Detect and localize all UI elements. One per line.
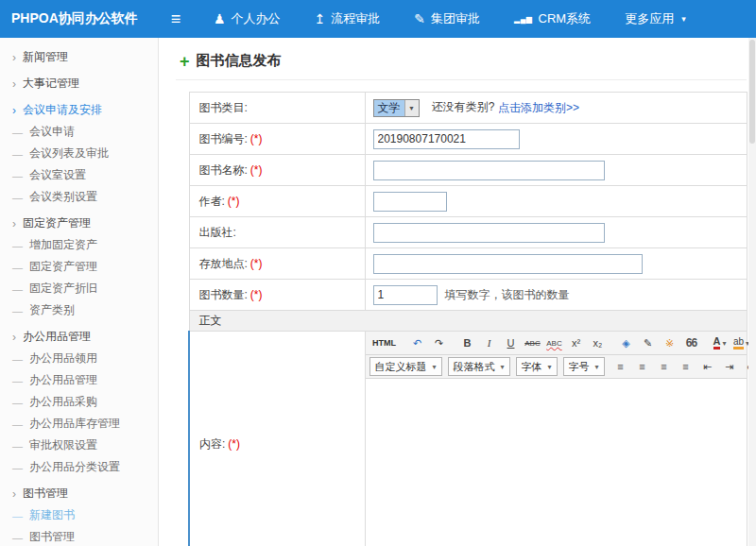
sidebar-item-approval-permission[interactable]: —审批权限设置: [0, 435, 158, 456]
select-label: 段落格式: [454, 360, 495, 374]
sidebar-item-add-asset[interactable]: —增加固定资产: [0, 234, 158, 256]
strikethrough-button[interactable]: ABC: [523, 333, 543, 352]
nav-more-apps[interactable]: 更多应用▾: [625, 10, 686, 27]
sidebar-item-label: 会议室设置: [29, 167, 86, 183]
sidebar-item-memorabilia[interactable]: ›大事记管理: [0, 73, 158, 94]
align-center-button[interactable]: ≡: [632, 357, 653, 376]
field-label: 图书名称:: [199, 163, 248, 177]
sidebar-item-label: 新建图书: [29, 507, 75, 523]
scrollbar-thumb[interactable]: [749, 40, 755, 144]
custom-title-select[interactable]: 自定义标题▾: [369, 357, 442, 376]
underline-button[interactable]: U: [501, 333, 522, 352]
sidebar-item-label: 固定资产折旧: [29, 281, 97, 297]
superscript-button[interactable]: x²: [566, 333, 587, 352]
sidebar-item-label: 会议申请: [29, 124, 75, 140]
book-form: 图书类目: 文学▼ 还没有类别? 点击添加类别>> 图书编号:(*) 图书名称:…: [188, 92, 747, 546]
category-select-value: 文学: [374, 100, 404, 116]
menu-toggle-icon[interactable]: ≡: [159, 9, 193, 29]
bold-button[interactable]: B: [457, 333, 478, 352]
paragraph-format-select[interactable]: 段落格式▾: [448, 357, 510, 376]
vertical-scrollbar[interactable]: [748, 38, 756, 546]
sidebar-item-fixed-assets[interactable]: ›固定资产管理: [0, 213, 158, 234]
chevron-down-icon: ▾: [595, 363, 599, 371]
spellcheck-button[interactable]: ABC: [544, 333, 565, 352]
field-label: 图书编号:: [199, 132, 248, 145]
field-label: 出版社:: [199, 226, 236, 239]
sidebar-item-meeting[interactable]: ›会议申请及安排: [0, 99, 158, 121]
sidebar-item-meeting-list[interactable]: —会议列表及审批: [0, 143, 158, 164]
form-row-quantity: 图书数量:(*) 填写数字，该图书的数量: [189, 280, 747, 311]
subscript-button[interactable]: x₂: [588, 333, 609, 352]
nav-label: 流程审批: [331, 10, 380, 27]
chevron-right-icon: ›: [12, 51, 16, 64]
sidebar-item-supplies-category[interactable]: —办公用品分类设置: [0, 456, 158, 478]
top-nav: ♟个人办公 ↥流程审批 ✎集团审批 ▂▄▆CRM系统 更多应用▾: [214, 10, 686, 27]
category-hint: 还没有类别?: [432, 100, 495, 113]
book-name-input[interactable]: [373, 161, 605, 180]
quantity-input[interactable]: [373, 285, 438, 305]
sidebar-item-label: 办公用品分类设置: [29, 459, 120, 475]
sidebar-item-supplies-stock[interactable]: —办公用品库存管理: [0, 413, 158, 435]
nav-crm-system[interactable]: ▂▄▆CRM系统: [514, 10, 591, 27]
clean-button[interactable]: ※: [660, 333, 680, 352]
sidebar-item-office-supplies[interactable]: ›办公用品管理: [0, 326, 158, 348]
align-right-button[interactable]: ≡: [654, 357, 675, 376]
indent-button[interactable]: ⇥: [719, 357, 740, 376]
required-mark: (*): [228, 195, 240, 208]
page-title-bar: + 图书信息发布: [176, 38, 747, 80]
sidebar-item-asset-category[interactable]: —资产类别: [0, 299, 158, 321]
nav-personal-office[interactable]: ♟个人办公: [214, 10, 281, 27]
book-no-input[interactable]: [373, 129, 520, 149]
field-label: 存放地点:: [199, 257, 248, 270]
sidebar-item-meeting-room[interactable]: —会议室设置: [0, 164, 158, 186]
form-row-content: 内容:(*) HTML ↶ ↷ B I U: [189, 332, 747, 546]
category-select[interactable]: 文学▼: [373, 99, 420, 117]
editor-content-area[interactable]: [366, 379, 747, 546]
dash-icon: —: [12, 510, 23, 521]
sidebar-item-supplies-claim[interactable]: —办公用品领用: [0, 348, 158, 369]
align-left-button[interactable]: ≡: [610, 357, 631, 376]
sidebar-item-books[interactable]: ›图书管理: [0, 483, 158, 504]
edit-icon: ✎: [414, 11, 425, 26]
font-color-button[interactable]: A▾: [710, 333, 730, 352]
sidebar-item-asset-manage[interactable]: —固定资产管理: [0, 256, 158, 278]
chevron-right-icon: ›: [12, 487, 16, 501]
eraser-button[interactable]: ◈: [616, 333, 637, 352]
undo-button[interactable]: ↶: [407, 333, 428, 352]
add-category-link[interactable]: 点击添加类别>>: [498, 100, 579, 113]
nav-process-approval[interactable]: ↥流程审批: [315, 10, 381, 27]
form-row-book-name: 图书名称:(*): [189, 155, 747, 186]
outdent-button[interactable]: ⇤: [697, 357, 718, 376]
app-logo: PHPOA协同办公软件: [0, 10, 159, 27]
select-arrow-icon: ▼: [404, 100, 419, 116]
author-input[interactable]: [373, 192, 447, 212]
sidebar-item-asset-depreciation[interactable]: —固定资产折旧: [0, 278, 158, 299]
html-source-button[interactable]: HTML: [369, 333, 400, 352]
nav-label: 个人办公: [232, 10, 281, 27]
dash-icon: —: [12, 127, 23, 138]
select-label: 字体: [522, 360, 542, 374]
form-row-author: 作者:(*): [189, 186, 747, 217]
sidebar-item-supplies-manage[interactable]: —办公用品管理: [0, 369, 158, 391]
sidebar-item-book-manage[interactable]: —图书管理: [0, 526, 158, 546]
blockquote-button[interactable]: 66: [681, 333, 702, 352]
font-size-select[interactable]: 字号▾: [563, 357, 605, 376]
page-title: 图书信息发布: [197, 52, 282, 70]
align-justify-button[interactable]: ≡: [676, 357, 696, 376]
sidebar-item-label: 图书管理: [23, 486, 68, 502]
sidebar-item-news[interactable]: ›新闻管理: [0, 46, 158, 68]
sidebar-item-new-book[interactable]: —新建图书: [0, 504, 158, 526]
sidebar-item-label: 办公用品领用: [29, 350, 97, 367]
nav-group-approval[interactable]: ✎集团审批: [414, 10, 480, 27]
font-family-select[interactable]: 字体▾: [516, 357, 558, 376]
chevron-down-icon: ▾: [433, 363, 437, 371]
sidebar-item-supplies-purchase[interactable]: —办公用品采购: [0, 391, 158, 413]
sidebar-item-meeting-apply[interactable]: —会议申请: [0, 121, 158, 143]
location-input[interactable]: [373, 254, 643, 274]
italic-button[interactable]: I: [479, 333, 500, 352]
redo-button[interactable]: ↷: [429, 333, 450, 352]
format-painter-button[interactable]: ✎: [638, 333, 659, 352]
sidebar-item-meeting-category[interactable]: —会议类别设置: [0, 186, 158, 208]
publisher-input[interactable]: [373, 223, 605, 243]
main-content: + 图书信息发布 图书类目: 文学▼ 还没有类别? 点击添加类别>> 图书编号:…: [159, 38, 756, 546]
